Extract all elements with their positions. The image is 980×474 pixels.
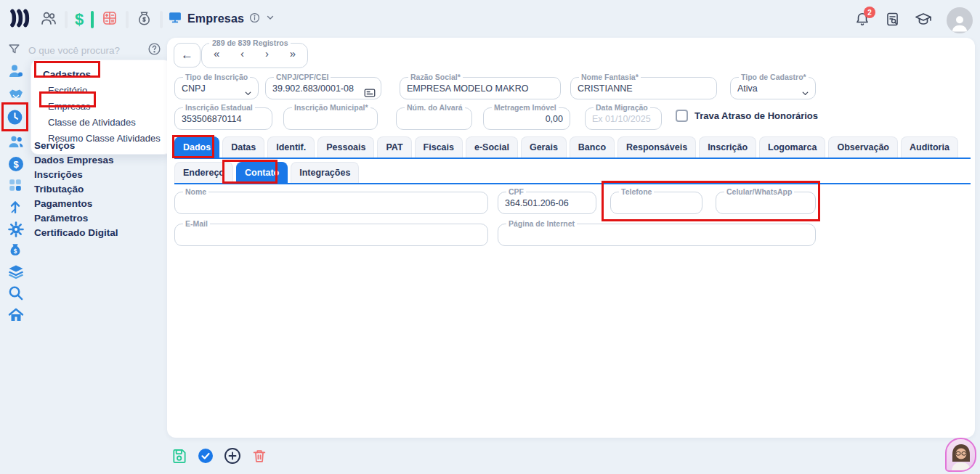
dollar-circle-icon[interactable]: $ xyxy=(7,155,25,173)
data-migracao-input[interactable] xyxy=(592,114,655,126)
search-input[interactable]: O que você procura? xyxy=(28,45,140,56)
inscricao-municipal-field[interactable]: Inscrição Municipal* xyxy=(283,103,378,130)
help-icon[interactable] xyxy=(147,42,161,59)
tab-pat[interactable]: PAT xyxy=(377,136,411,158)
tipo-inscricao-select[interactable] xyxy=(182,83,251,96)
subtab-integracoes[interactable]: Integrações xyxy=(291,162,359,183)
people-icon[interactable] xyxy=(40,9,57,30)
metragem-imovel-field[interactable]: Metragem Imóvel xyxy=(483,103,570,130)
filter-icon[interactable] xyxy=(7,42,21,59)
delete-icon[interactable] xyxy=(251,447,268,465)
menu-section-parametros[interactable]: Parâmetros xyxy=(34,211,118,226)
contato-celular-field[interactable]: Celular/WhatsApp xyxy=(716,187,816,214)
contato-email-field[interactable]: E-Mail xyxy=(174,219,488,246)
inscricao-estadual-field[interactable]: Inscrição Estadual xyxy=(174,103,272,130)
moneybag-icon[interactable]: $ xyxy=(7,242,25,259)
handshake-icon[interactable] xyxy=(7,86,25,103)
tab-observacao[interactable]: Observação xyxy=(828,136,898,158)
menu-section-dados-empresas[interactable]: Dados Empresas xyxy=(34,153,118,168)
tab-inscricao[interactable]: Inscrição xyxy=(699,136,756,158)
contato-nome-input[interactable] xyxy=(182,198,481,211)
contato-pagina-internet-input[interactable] xyxy=(505,230,809,242)
info-icon[interactable] xyxy=(249,12,260,26)
payments-icon[interactable] xyxy=(7,199,25,216)
layers-icon[interactable] xyxy=(7,263,25,280)
user-avatar[interactable] xyxy=(947,7,973,33)
contato-telefone-input[interactable] xyxy=(617,198,695,211)
support-chat-avatar[interactable] xyxy=(945,438,976,472)
menu-item-classe-atividades[interactable]: Classe de Atividades xyxy=(31,115,171,131)
home-icon[interactable] xyxy=(7,306,25,324)
menu-item-empresas[interactable]: Empresas xyxy=(31,99,171,115)
inscricao-estadual-input[interactable] xyxy=(182,114,265,126)
tab-dados[interactable]: Dados xyxy=(174,136,219,158)
contato-cpf-field[interactable]: CPF xyxy=(498,187,596,214)
inscricao-municipal-input[interactable] xyxy=(291,114,370,126)
chevron-down-icon[interactable] xyxy=(243,88,253,101)
save-icon[interactable] xyxy=(170,447,187,465)
id-card-icon[interactable] xyxy=(363,86,376,102)
add-icon[interactable] xyxy=(224,447,241,465)
clock-icon[interactable] xyxy=(6,108,23,126)
tab-datas[interactable]: Datas xyxy=(222,136,264,158)
nome-fantasia-field[interactable]: Nome Fantasia* xyxy=(570,73,717,99)
next-record-button[interactable]: › xyxy=(265,48,269,60)
tipo-cadastro-select[interactable] xyxy=(737,83,809,96)
grid-icon[interactable] xyxy=(7,177,25,195)
last-record-button[interactable]: » xyxy=(290,48,296,60)
data-migracao-field[interactable]: Data Migração xyxy=(585,103,662,130)
first-record-button[interactable]: « xyxy=(214,48,219,60)
graduation-cap-icon[interactable] xyxy=(915,10,932,30)
menu-section-inscricoes[interactable]: Inscrições xyxy=(34,168,118,182)
tab-pessoais[interactable]: Pessoais xyxy=(317,136,374,158)
metragem-imovel-input[interactable] xyxy=(490,114,563,126)
dollar-icon[interactable]: $ xyxy=(75,11,84,28)
menu-item-escritorio[interactable]: Escritório xyxy=(31,83,171,99)
razao-social-field[interactable]: Razão Social* xyxy=(400,73,561,99)
people-group-icon[interactable] xyxy=(7,133,25,150)
cnpj-field[interactable]: CNPJ/CPF/CEI xyxy=(265,73,381,99)
calculator-icon[interactable] xyxy=(101,9,118,30)
subtab-endereco[interactable]: Endereço xyxy=(174,162,233,183)
tab-banco[interactable]: Banco xyxy=(570,136,615,158)
search-icon[interactable] xyxy=(7,285,25,302)
tab-auditoria[interactable]: Auditoria xyxy=(901,136,958,158)
previous-record-button[interactable]: ‹ xyxy=(240,48,244,60)
tipo-cadastro-field[interactable]: Tipo de Cadastro* xyxy=(730,73,816,99)
contato-telefone-field[interactable]: Telefone xyxy=(610,187,702,214)
back-button[interactable]: ← xyxy=(174,43,201,68)
sidebar-search[interactable]: O que você procura? xyxy=(7,42,161,59)
contato-celular-input[interactable] xyxy=(723,198,809,211)
chevron-down-icon[interactable] xyxy=(801,88,810,101)
chevron-down-icon[interactable] xyxy=(265,12,275,25)
razao-social-input[interactable] xyxy=(407,83,554,96)
cnpj-input[interactable] xyxy=(272,83,374,96)
menu-section-pagamentos[interactable]: Pagamentos xyxy=(34,197,118,211)
tab-esocial[interactable]: e-Social xyxy=(466,136,518,158)
menu-header-cadastros[interactable]: Cadastros xyxy=(31,67,171,83)
person-gear-icon[interactable] xyxy=(7,62,25,80)
tab-responsaveis[interactable]: Responsáveis xyxy=(617,136,696,158)
menu-section-servicos[interactable]: Serviços xyxy=(34,139,118,153)
tab-identif[interactable]: Identif. xyxy=(267,136,315,158)
confirm-icon[interactable] xyxy=(197,447,214,465)
notifications-bell-icon[interactable]: 2 xyxy=(854,11,870,30)
contato-email-input[interactable] xyxy=(182,230,481,242)
contato-nome-field[interactable]: Nome xyxy=(174,187,488,214)
menu-section-certificado-digital[interactable]: Certificado Digital xyxy=(34,226,118,240)
nome-fantasia-input[interactable] xyxy=(578,83,710,96)
trava-atraso-checkbox[interactable] xyxy=(676,110,688,122)
num-alvara-input[interactable] xyxy=(403,114,465,126)
subtab-contato[interactable]: Contato xyxy=(236,162,288,183)
contato-pagina-internet-field[interactable]: Página de Internet xyxy=(498,219,816,246)
num-alvara-field[interactable]: Núm. do Alvará xyxy=(396,103,472,130)
tipo-inscricao-field[interactable]: Tipo de Inscrição xyxy=(174,73,259,99)
tab-gerais[interactable]: Gerais xyxy=(521,136,567,158)
trava-atraso-checkbox-row[interactable]: Trava Atraso de Honorários xyxy=(676,110,818,122)
tab-fiscais[interactable]: Fiscais xyxy=(415,136,463,158)
menu-section-tributacao[interactable]: Tributação xyxy=(34,182,118,197)
money-bag-icon[interactable] xyxy=(136,10,153,30)
tab-logomarca[interactable]: Logomarca xyxy=(759,136,825,158)
document-search-icon[interactable] xyxy=(885,12,900,30)
gear-icon[interactable] xyxy=(7,221,25,238)
